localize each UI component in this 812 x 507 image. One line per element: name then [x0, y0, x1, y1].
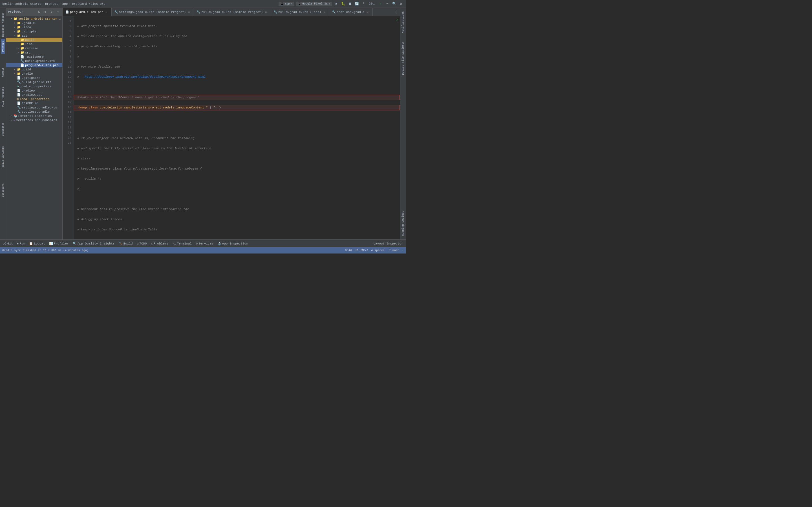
- tree-build-gradle-root[interactable]: ▸ 🔧 build.gradle.kts: [6, 80, 62, 84]
- code-line-21: #-keepattributes SourceFile,LineNumberTa…: [77, 227, 396, 232]
- tree-external-libs[interactable]: ▸ 📚 External Libraries: [6, 114, 62, 118]
- tree-gitignore-app[interactable]: ▸ 📄 .gitignore: [6, 55, 62, 59]
- more-button[interactable]: ⋮: [361, 1, 366, 7]
- collapse-icon[interactable]: ⊡: [36, 9, 42, 15]
- resource-manager-tab[interactable]: Resource Manager: [1, 10, 5, 39]
- tree-release[interactable]: ▸ 📁 release: [6, 46, 62, 50]
- tab-close-build-app[interactable]: ✕: [322, 10, 326, 14]
- tab-build-sample[interactable]: 🔧 build.gradle.kts (Sample Project) ✕: [194, 8, 271, 16]
- terminal-tool[interactable]: >_ Terminal: [170, 241, 193, 246]
- running-devices-label[interactable]: Running Devices: [402, 210, 405, 237]
- tree-gradlew[interactable]: ▸ 📄 gradlew: [6, 89, 62, 93]
- project-header-icons: ⊡ ⇅ ⚙ ⋯: [36, 9, 61, 15]
- status-time: 9:46: [345, 249, 352, 252]
- pull-requests-tab[interactable]: Pull Requests: [1, 85, 5, 109]
- tree-root[interactable]: ▾ 📁 kotlin-android-starter-project [Samp…: [6, 17, 62, 21]
- project-tab[interactable]: Project: [1, 39, 5, 54]
- tree-gitignore-root[interactable]: ▸ 📄 .gitignore: [6, 76, 62, 80]
- tree-scripts[interactable]: ▸ 📁 .scripts: [6, 29, 62, 34]
- code-line-20: # debugging stack traces.: [77, 217, 396, 222]
- todo-tool[interactable]: ☑ TODO: [135, 241, 149, 246]
- services-tool[interactable]: ⚙ Services: [194, 241, 215, 246]
- status-encoding[interactable]: LF UTF-8: [355, 249, 368, 252]
- code-line-5: # For more details, see: [77, 64, 396, 69]
- tab-close-settings-sample[interactable]: ✕: [187, 10, 191, 14]
- tree-proguard[interactable]: ▸ 📄 proguard-rules.pro: [6, 63, 62, 67]
- debug-button[interactable]: 🐛: [341, 1, 346, 7]
- sort-icon[interactable]: ⇅: [43, 9, 48, 15]
- code-line-18: [77, 196, 396, 202]
- problems-tool[interactable]: ⚠ Problems: [149, 241, 170, 246]
- status-bar: Gradle sync finished in 13 s 893 ms (4 m…: [0, 247, 406, 253]
- tree-scratches[interactable]: ▸ ✏️ Scratches and Consoles: [6, 118, 62, 122]
- notifications-panel-label[interactable]: Notifications: [402, 10, 405, 34]
- status-branch[interactable]: ⎇ main: [388, 249, 399, 252]
- tab-spotless[interactable]: 🔧 spotless.gradle ✕: [329, 8, 373, 16]
- tab-close-spotless[interactable]: ✕: [366, 10, 370, 14]
- tree-readme[interactable]: ▸ 📄 README.md: [6, 101, 62, 105]
- search-icon[interactable]: 🔍: [391, 1, 397, 7]
- tree-gradlew-bat[interactable]: ▸ 📄 gradlew.bat: [6, 93, 62, 97]
- code-line-22: [77, 237, 396, 239]
- commit-tab[interactable]: Commit: [1, 65, 5, 79]
- tree-gradle-root[interactable]: ▸ 📁 gradle: [6, 71, 62, 76]
- code-editor[interactable]: 1 2 3 4 5 6 7 8 9 10 11 12 13 14 15 16 1: [63, 16, 400, 239]
- build-icon: 🔨: [119, 242, 123, 245]
- status-bar-right: 9:46 LF UTF-8 4 spaces ⎇ main ✓: [345, 249, 404, 252]
- bookmarks-tab[interactable]: Bookmarks: [1, 120, 5, 138]
- run-button[interactable]: ▶: [334, 1, 340, 7]
- build-tool[interactable]: 🔨 Build: [117, 241, 135, 246]
- more-icon[interactable]: ⋯: [55, 9, 61, 15]
- app-quality-tool[interactable]: 🔍 App Quality Insights: [71, 241, 116, 246]
- run-tool[interactable]: ▶ Run: [15, 241, 27, 246]
- tree-build-gradle-app[interactable]: ▸ 🔧 build.gradle.kts: [6, 59, 62, 63]
- tab-build-app[interactable]: 🔧 build.gradle.kts (:app) ✕: [271, 8, 329, 16]
- build-variants-tab[interactable]: Build Variants: [1, 144, 5, 170]
- app-quality-icon: 🔍: [73, 242, 77, 245]
- tree-gradle-hidden[interactable]: ▸ 📁 .gradle: [6, 21, 62, 25]
- tree-local-properties[interactable]: ▸ ⚙ local.properties: [6, 97, 62, 101]
- tab-settings-sample[interactable]: 🔧 settings.gradle.kts (Sample Project) ✕: [112, 8, 194, 16]
- device-config[interactable]: 📱 Google Pixel 3a ▾: [296, 2, 332, 6]
- status-indent[interactable]: 4 spaces: [371, 249, 385, 252]
- tab-proguard[interactable]: 📄 proguard-rules.pro ✕: [63, 8, 112, 16]
- tree-gradle-properties[interactable]: ▸ ⚙ gradle.properties: [6, 84, 62, 89]
- tree-spotless[interactable]: ▸ 🔧 spotless.gradle: [6, 110, 62, 114]
- settings-icon[interactable]: ⚙: [398, 1, 404, 7]
- app-inspection-tool[interactable]: 🔬 App Inspection: [216, 241, 250, 246]
- tree-build-root[interactable]: ▸ 📁 build: [6, 67, 62, 71]
- editor-checkmark: ✓: [396, 17, 399, 22]
- project-panel: Project ▾ ⊡ ⇅ ⚙ ⋯ ▾ 📁 kotlin-android-sta…: [6, 8, 63, 239]
- tree-src[interactable]: ▸ 📁 src: [6, 50, 62, 55]
- tab-more[interactable]: ⋮: [393, 10, 400, 14]
- device-file-explorer-label[interactable]: Device File Explorer: [402, 40, 405, 76]
- layout-inspector-tool[interactable]: Layout Inspector: [371, 241, 405, 246]
- bottom-toolbar: ⎇ Git ▶ Run 📋 Logcat 📊 Profiler 🔍 App Qu…: [0, 239, 406, 247]
- editor-area: 📄 proguard-rules.pro ✕ 🔧 settings.gradle…: [63, 8, 400, 239]
- sync-button[interactable]: 🔄: [354, 1, 360, 7]
- git-checkmark[interactable]: ✓: [378, 1, 384, 7]
- toolbar-icons: ▶ 🐛 ⏹ 🔄 ⋮ Git: ✓ ⋯ 🔍 ⚙: [334, 1, 404, 7]
- code-line-19: # Uncomment this to preserve the line nu…: [77, 207, 396, 212]
- tab-bar: 📄 proguard-rules.pro ✕ 🔧 settings.gradle…: [63, 8, 400, 16]
- git-tool[interactable]: ⎇ Git: [1, 241, 15, 246]
- code-content[interactable]: # Add project specific ProGuard rules he…: [74, 16, 400, 239]
- tree-app[interactable]: ▾ 📁 app: [6, 34, 62, 38]
- tab-close-build-sample[interactable]: ✕: [264, 10, 268, 14]
- code-line-13: # and specify the fully qualified class …: [77, 146, 396, 151]
- tab-close-proguard[interactable]: ✕: [105, 10, 109, 14]
- git-more[interactable]: ⋯: [385, 1, 390, 7]
- tree-libs[interactable]: ▸ 📁 libs: [6, 42, 62, 46]
- code-line-16: # public *;: [77, 176, 396, 181]
- problems-icon: ⚠: [151, 242, 153, 245]
- logcat-tool[interactable]: 📋 Logcat: [28, 241, 47, 246]
- tree-settings-gradle[interactable]: ▸ 🔧 settings.gradle.kts: [6, 105, 62, 110]
- filter-icon[interactable]: ⚙: [49, 9, 54, 15]
- stop-button[interactable]: ⏹: [347, 1, 353, 7]
- run-config[interactable]: 📱 app ▾: [278, 2, 294, 6]
- structure-tab[interactable]: Structure: [1, 181, 5, 200]
- profiler-tool[interactable]: 📊 Profiler: [47, 241, 70, 246]
- tree-build-app[interactable]: ▸ 📁 build: [6, 38, 62, 42]
- tree-idea[interactable]: ▸ 📁 .idea: [6, 25, 62, 29]
- code-line-14: # class:: [77, 156, 396, 161]
